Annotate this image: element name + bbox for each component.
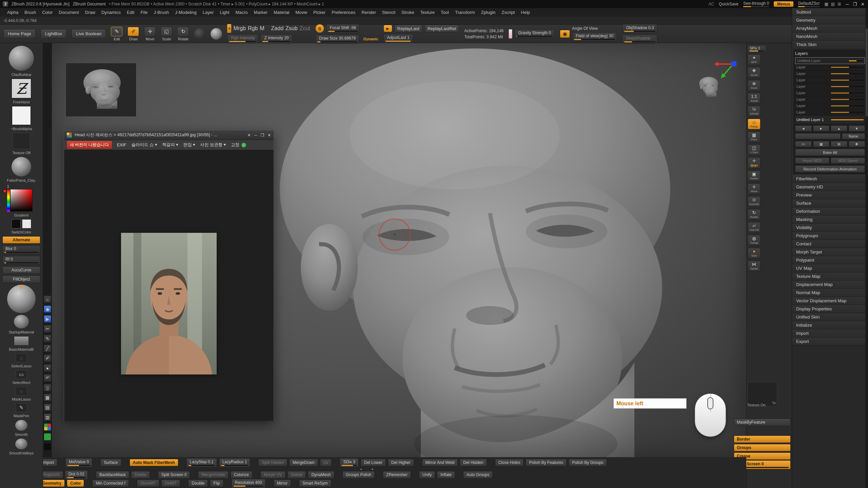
- texture-on-label[interactable]: Texture On: [734, 403, 791, 407]
- bottom-button[interactable]: Close Holes: [495, 459, 524, 466]
- layer-name-button[interactable]: Name: [842, 133, 865, 139]
- bottom-button[interactable]: Mirror: [274, 480, 291, 487]
- palette-section[interactable]: Surface: [792, 199, 868, 207]
- palette-section[interactable]: Subtool: [792, 8, 868, 16]
- gravity-direction-widget[interactable]: [509, 29, 512, 39]
- border-button[interactable]: Border: [734, 435, 791, 443]
- bottom-button[interactable]: LazyRadius 1: [219, 458, 251, 467]
- bottom-button[interactable]: Auto Mask FiberMesh: [130, 459, 178, 466]
- ruler-icon[interactable]: ╱: [44, 345, 51, 352]
- menus-button[interactable]: Menus: [774, 1, 793, 7]
- bake-all-button[interactable]: Bake All: [795, 149, 865, 156]
- palette-section[interactable]: Export: [792, 338, 868, 346]
- menu-item[interactable]: Draw: [83, 9, 98, 16]
- layout-icon[interactable]: ▦: [824, 2, 828, 6]
- select-rect-icon[interactable]: ▭: [16, 370, 27, 379]
- alpha-thumbnail[interactable]: [12, 106, 31, 125]
- bottom-button[interactable]: MergeVisible: [198, 471, 228, 479]
- texture-thumbnail[interactable]: [13, 133, 30, 149]
- photo-window-control[interactable]: ❐: [260, 133, 264, 138]
- photo-menu-item[interactable]: 편집 ▾: [183, 142, 195, 148]
- live-boolean-button[interactable]: Live Boolean: [72, 29, 106, 38]
- window-control-button[interactable]: ✕: [861, 2, 865, 7]
- bottom-button[interactable]: Del Higher: [388, 459, 414, 466]
- edit-button[interactable]: ✎ Edit: [111, 27, 122, 41]
- bottom-button[interactable]: StoreMT: [137, 480, 159, 487]
- move-icon[interactable]: ✛Move: [748, 183, 761, 194]
- photo-window-content[interactable]: [64, 150, 274, 421]
- document-preview-thumbnail[interactable]: [66, 63, 136, 116]
- palette-section[interactable]: NanoMesh: [792, 33, 868, 41]
- sculpt-mode-button[interactable]: Zadd: [271, 25, 283, 32]
- startup-material-thumbnail[interactable]: [14, 315, 29, 328]
- layout-icon[interactable]: ⊞: [837, 2, 841, 6]
- rotate-button[interactable]: ↻ Rotate: [177, 27, 189, 41]
- dot-icon[interactable]: ●: [44, 364, 51, 372]
- palette-section[interactable]: Visibility: [792, 224, 868, 232]
- layer-row[interactable]: Layer: [795, 83, 865, 90]
- bottom-button[interactable]: Min Connected f: [92, 480, 129, 487]
- lightbox-button[interactable]: LightBox: [41, 29, 67, 38]
- bottom-button[interactable]: Inflate: [437, 471, 455, 479]
- mask-by-feature-button[interactable]: MaskByFeature: [734, 419, 791, 426]
- bottom-button[interactable]: Delete: [288, 471, 306, 479]
- document-canvas[interactable]: Mouse left Head 사진 레퍼런스 > 49217dd52f7d7b…: [52, 43, 746, 457]
- palette-section[interactable]: Unified Skin: [792, 313, 868, 321]
- spix-slider[interactable]: SPix 3: [747, 45, 766, 53]
- menu-item[interactable]: Marker: [252, 9, 270, 16]
- replay-last-button[interactable]: ReplayLast: [394, 25, 422, 33]
- smooth-valleys-thumbnail[interactable]: [15, 439, 27, 449]
- bottom-button[interactable]: Delete: [131, 471, 150, 479]
- bottom-button[interactable]: ZRemesher: [383, 471, 411, 479]
- layer-row[interactable]: Layer: [795, 103, 865, 109]
- menu-item[interactable]: Stroke: [399, 9, 417, 16]
- default-zscript-button[interactable]: DefaultZScr: [798, 1, 820, 7]
- lsym-icon[interactable]: ◫L.Sym: [748, 144, 761, 155]
- deep-shadow-slider[interactable]: DeepShadow: [622, 35, 657, 44]
- rf-slider[interactable]: Rf 0: [2, 256, 40, 265]
- scale-button[interactable]: ◱ Scale: [161, 27, 172, 41]
- home-page-button[interactable]: Home Page: [3, 29, 36, 38]
- layer-tool-button[interactable]: ⊞: [831, 141, 847, 147]
- palette-section[interactable]: Initialize: [792, 321, 868, 329]
- menu-item[interactable]: Transform: [453, 9, 477, 16]
- record-deformation-button[interactable]: Record Deformation Animation: [795, 165, 865, 172]
- palette-section[interactable]: Normal Map: [792, 289, 868, 297]
- menu-item[interactable]: Movie: [293, 9, 310, 16]
- main-color-swatch[interactable]: [12, 219, 21, 228]
- layer-row[interactable]: Layer: [795, 64, 865, 70]
- palette-section[interactable]: Masking: [792, 216, 868, 224]
- dynamic-label[interactable]: Dynamic: [363, 37, 378, 41]
- gradient-label[interactable]: Gradient: [14, 213, 28, 218]
- current-material-ball[interactable]: [7, 285, 36, 313]
- rgb-intensity-slider[interactable]: Rgb Intensity: [227, 34, 258, 43]
- auto-tab[interactable]: A: [227, 24, 231, 33]
- photo-menu-item[interactable]: 사진 보관함 ▾: [200, 142, 226, 148]
- photo-menu-item[interactable]: 슬라이드 쇼 ▾: [131, 142, 157, 148]
- window-control-button[interactable]: ❐: [853, 2, 857, 7]
- sculpt-mode-button[interactable]: Zcut: [300, 25, 310, 32]
- menu-item[interactable]: Brush: [22, 9, 38, 16]
- palette-section[interactable]: Texture Map: [792, 272, 868, 281]
- groups-button[interactable]: Groups: [734, 444, 791, 451]
- alternate-button[interactable]: Alternate: [2, 236, 40, 244]
- layout-icon[interactable]: ▤: [831, 2, 835, 6]
- qxyz-icon[interactable]: ✛Qxyz: [748, 157, 761, 168]
- palette-section[interactable]: Morph Target: [792, 248, 868, 256]
- bottom-button[interactable]: Colorize: [231, 471, 252, 479]
- move-button[interactable]: ✛ Move: [144, 27, 156, 41]
- green-swatch[interactable]: [44, 433, 51, 441]
- xpose-icon[interactable]: ⋈Xpose: [748, 261, 761, 271]
- pencil-icon[interactable]: ✎: [44, 335, 51, 342]
- mask-pen-icon[interactable]: ✎: [16, 403, 27, 412]
- reference-photo-window[interactable]: Head 사진 레퍼런스 > 49217dd52f7d7b542151af3f2…: [64, 130, 274, 421]
- bottom-button[interactable]: Mirror And Weld: [422, 459, 458, 466]
- palette-section[interactable]: Display Properties: [792, 305, 868, 313]
- menu-item[interactable]: Zplugin: [479, 9, 498, 16]
- palette-section[interactable]: Preview: [792, 191, 868, 199]
- photo-menu-item[interactable]: EXIF: [117, 143, 126, 147]
- bottom-button[interactable]: Smart ReSym: [299, 480, 331, 487]
- menu-item[interactable]: Dynamics: [99, 9, 123, 16]
- smooth-brush-thumbnail[interactable]: [15, 420, 27, 431]
- photo-menu-item[interactable]: 고정: [231, 142, 246, 148]
